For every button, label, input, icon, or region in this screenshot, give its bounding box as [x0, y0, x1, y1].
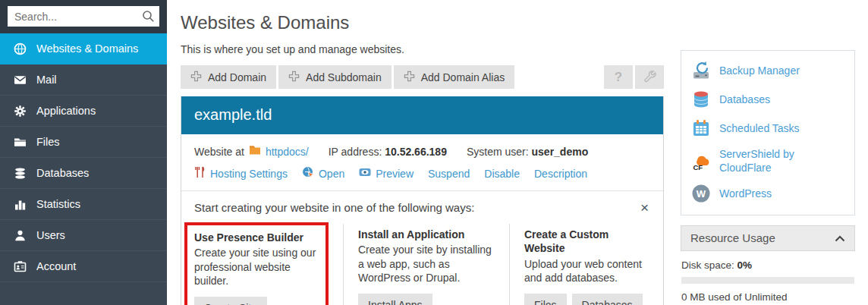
- add-domain-alias-button[interactable]: Add Domain Alias: [394, 65, 515, 89]
- suspend-link[interactable]: Suspend: [428, 168, 470, 180]
- files-button[interactable]: Files: [524, 294, 567, 305]
- sidebar-item-label: Account: [36, 260, 76, 272]
- open-globe-icon: [302, 166, 314, 181]
- docroot-link[interactable]: httpdocs/: [266, 146, 309, 158]
- sidebar-item-files[interactable]: Files: [0, 127, 167, 158]
- sidebar-item-label: Websites & Domains: [36, 42, 138, 55]
- sidebar-item-label: Statistics: [36, 198, 80, 210]
- servershield-cloudflare-link[interactable]: CF ServerShield by CloudFlare: [681, 143, 854, 179]
- wordpress-link[interactable]: W WordPress: [681, 179, 854, 208]
- plus-icon: [288, 71, 300, 84]
- databases-icon: [691, 90, 711, 109]
- main-content: Websites & Domains This is where you set…: [167, 0, 665, 305]
- scheduled-tasks-link[interactable]: Scheduled Tasks: [681, 114, 854, 143]
- promo-column-desc: Upload your web content and add database…: [524, 257, 650, 285]
- ip-address: 10.52.66.189: [385, 146, 447, 158]
- promo-column-title: Use Presence Builder: [194, 231, 319, 244]
- search-icon[interactable]: [142, 10, 155, 26]
- disk-space-line: Disk space: 0%: [681, 259, 854, 271]
- backup-manager-link[interactable]: Backup Manager: [681, 56, 854, 85]
- resource-usage-title: Resource Usage: [690, 231, 775, 244]
- user-icon: [14, 229, 27, 242]
- featured-link-label: Databases: [719, 93, 770, 106]
- description-link[interactable]: Description: [534, 168, 587, 180]
- sidebar-item-users[interactable]: Users: [0, 220, 167, 251]
- resource-usage-panel: Resource Usage Disk space: 0% 0 MB used …: [681, 225, 855, 305]
- backup-manager-icon: [691, 61, 711, 80]
- sidebar-item-applications[interactable]: Applications: [0, 96, 167, 127]
- sidebar-item-label: Users: [36, 229, 65, 241]
- promo-column-custom-website: Create a Custom Website Upload your web …: [509, 224, 650, 305]
- featured-link-label: WordPress: [719, 187, 772, 200]
- wrench-icon: [643, 69, 656, 85]
- scheduled-tasks-icon: [691, 118, 711, 138]
- create-site-button[interactable]: Create Site: [194, 297, 267, 305]
- promo-column-desc: Create your site using our professional …: [194, 246, 319, 288]
- featured-link-label: Scheduled Tasks: [719, 121, 800, 135]
- sidebar-item-label: Applications: [36, 105, 96, 117]
- preview-link[interactable]: Preview: [359, 167, 414, 180]
- bar-chart-icon: [14, 198, 27, 211]
- cloudflare-icon: CF: [691, 151, 711, 171]
- promo-column-desc: Create your site by installing a web app…: [358, 243, 500, 285]
- resource-usage-header[interactable]: Resource Usage: [681, 225, 855, 251]
- tools-icon: [194, 166, 206, 181]
- id-card-icon: [14, 260, 27, 273]
- eye-icon: [359, 167, 371, 180]
- system-user: user_demo: [532, 146, 589, 158]
- open-site-link[interactable]: Open: [302, 166, 344, 181]
- sidebar-search-strip: [0, 0, 167, 33]
- question-mark-icon: ?: [615, 70, 622, 85]
- folder-icon: [249, 145, 261, 158]
- plus-icon: [404, 71, 415, 84]
- page-title: Websites & Domains: [181, 12, 665, 33]
- disk-space-value: 0%: [737, 259, 753, 271]
- sidebar-item-websites-domains[interactable]: Websites & Domains: [0, 33, 167, 64]
- sidebar-item-databases[interactable]: Databases: [0, 158, 167, 189]
- svg-text:W: W: [697, 188, 706, 200]
- sidebar-item-account[interactable]: Account: [0, 251, 167, 282]
- wordpress-icon: W: [691, 184, 711, 203]
- right-panel: Backup Manager Databases Scheduled Tasks…: [681, 50, 855, 305]
- sidebar-item-statistics[interactable]: Statistics: [0, 189, 167, 220]
- featured-tools-panel: Backup Manager Databases Scheduled Tasks…: [681, 50, 855, 215]
- sidebar-item-label: Databases: [36, 167, 89, 179]
- disk-space-detail: 0 MB used of Unlimited: [681, 291, 854, 303]
- tools-button[interactable]: [635, 65, 664, 89]
- help-button[interactable]: ?: [604, 65, 633, 89]
- promo-column-title: Create a Custom Website: [524, 228, 650, 256]
- toolbar: Add Domain Add Subdomain Add Domain Alia…: [181, 65, 664, 89]
- featured-link-label: ServerShield by CloudFlare: [719, 147, 844, 175]
- chevron-up-icon: [835, 231, 845, 244]
- disk-space-progress-bar: [681, 277, 854, 284]
- sidebar-item-label: Files: [36, 136, 60, 148]
- annotation-highlight-box: Use Presence Builder Create your site us…: [184, 222, 329, 305]
- database-icon: [14, 167, 27, 180]
- gear-icon: [14, 105, 27, 118]
- folder-icon: [14, 136, 27, 149]
- promo-title: Start creating your website in one of th…: [194, 201, 474, 214]
- svg-text:CF: CF: [693, 163, 703, 171]
- globe-icon: [14, 42, 27, 55]
- databases-link[interactable]: Databases: [681, 85, 854, 114]
- domain-name-header: example.tld: [181, 96, 663, 134]
- close-icon[interactable]: ×: [639, 200, 650, 215]
- hosting-settings-link[interactable]: Hosting Settings: [194, 166, 288, 181]
- databases-button[interactable]: Databases: [572, 294, 643, 305]
- promo-column-title: Install an Application: [358, 228, 500, 241]
- sidebar: Websites & Domains Mail Applications Fil…: [0, 0, 167, 305]
- install-apps-button[interactable]: Install Apps: [358, 294, 432, 305]
- disable-link[interactable]: Disable: [484, 168, 520, 180]
- sidebar-item-label: Mail: [36, 74, 57, 86]
- search-input[interactable]: [8, 6, 159, 27]
- add-subdomain-button[interactable]: Add Subdomain: [278, 65, 392, 89]
- sidebar-item-mail[interactable]: Mail: [0, 64, 167, 96]
- getting-started-panel: Start creating your website in one of th…: [181, 190, 663, 305]
- add-domain-button[interactable]: Add Domain: [181, 65, 276, 89]
- promo-column-presence-builder: Use Presence Builder Create your site us…: [194, 222, 343, 305]
- domain-actions-row: Hosting Settings Open Preview Suspend Di…: [194, 158, 650, 190]
- plus-icon: [190, 71, 202, 84]
- mail-icon: [14, 74, 27, 86]
- page-subtitle: This is where you set up and manage webs…: [181, 43, 665, 55]
- featured-link-label: Backup Manager: [719, 64, 800, 77]
